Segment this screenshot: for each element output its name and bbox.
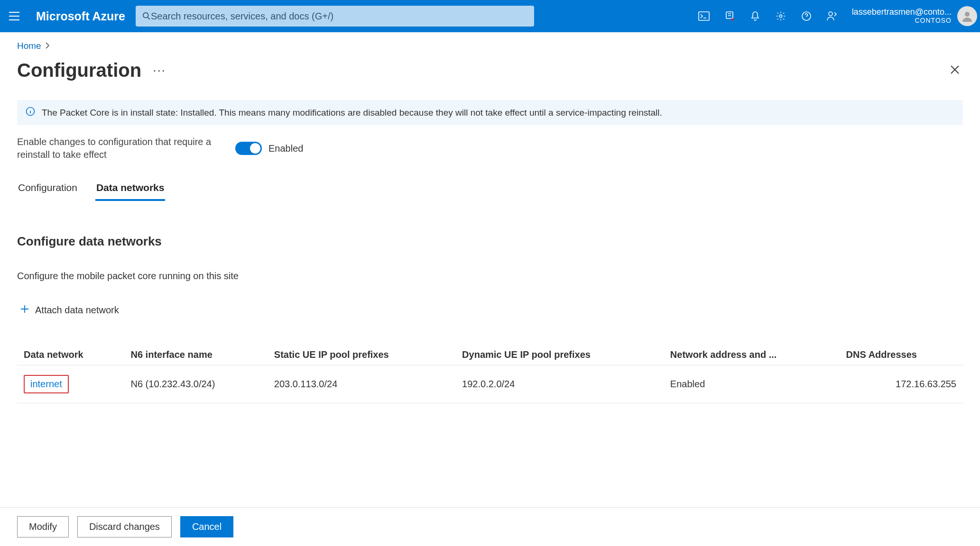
svg-point-3 (731, 18, 733, 20)
account-email: lassebertrasmen@conto... (852, 8, 952, 17)
cell-static-ue: 203.0.113.0/24 (268, 365, 455, 403)
feedback-button[interactable] (821, 5, 843, 27)
table-header-row: Data network N6 interface name Static UE… (17, 345, 963, 365)
gear-icon (776, 11, 786, 21)
col-static-ue[interactable]: Static UE IP pool prefixes (268, 345, 455, 365)
cell-napt: Enabled (664, 365, 840, 403)
settings-button[interactable] (769, 5, 792, 27)
svg-point-0 (143, 13, 148, 18)
cloud-shell-icon (698, 11, 710, 21)
cell-dns: 172.16.63.255 (840, 365, 963, 403)
section-heading: Configure data networks (17, 234, 963, 249)
data-networks-table: Data network N6 interface name Static UE… (17, 345, 963, 403)
plus-icon (20, 304, 29, 316)
cell-n6: N6 (10.232.43.0/24) (124, 365, 268, 403)
toggle-state-text: Enabled (268, 143, 303, 154)
svg-point-4 (779, 15, 782, 18)
toggle-knob (250, 143, 260, 154)
menu-button[interactable] (0, 0, 28, 32)
info-banner: The Packet Core is in install state: Ins… (17, 100, 963, 125)
more-actions-button[interactable]: ··· (153, 63, 166, 78)
person-icon (961, 9, 974, 23)
brand-label[interactable]: Microsoft Azure (28, 9, 136, 23)
account-menu[interactable]: lassebertrasmen@conto... CONTOSO (852, 6, 977, 26)
notifications-button[interactable] (744, 5, 767, 27)
modify-button[interactable]: Modify (17, 516, 69, 537)
section-subtext: Configure the mobile packet core running… (17, 271, 963, 282)
search-input[interactable] (151, 11, 527, 22)
table-row: internet N6 (10.232.43.0/24) 203.0.113.0… (17, 365, 963, 403)
svg-rect-1 (699, 12, 709, 20)
avatar (957, 6, 977, 26)
top-bar: Microsoft Azure lassebertrasmen@conto...… (0, 0, 980, 32)
svg-point-6 (829, 12, 832, 16)
cloud-shell-button[interactable] (693, 5, 715, 27)
enable-changes-label: Enable changes to configuration that req… (17, 136, 216, 161)
info-banner-text: The Packet Core is in install state: Ins… (42, 108, 662, 118)
tab-data-networks[interactable]: Data networks (95, 180, 166, 201)
svg-rect-2 (726, 12, 733, 18)
bell-icon (750, 11, 760, 21)
close-blade-button[interactable] (947, 62, 963, 80)
data-network-link[interactable]: internet (24, 375, 69, 393)
col-dns[interactable]: DNS Addresses (840, 345, 963, 365)
svg-point-7 (965, 12, 970, 17)
breadcrumb: Home (17, 41, 963, 51)
tab-strip: Configuration Data networks (17, 180, 963, 201)
feedback-icon (826, 11, 838, 21)
command-bar: Modify Discard changes Cancel (0, 507, 980, 546)
copilot-icon (724, 11, 735, 21)
attach-label: Attach data network (35, 305, 119, 316)
col-n6[interactable]: N6 interface name (124, 345, 268, 365)
info-icon (26, 107, 35, 118)
discard-changes-button[interactable]: Discard changes (77, 516, 172, 537)
col-dynamic-ue[interactable]: Dynamic UE IP pool prefixes (455, 345, 664, 365)
hamburger-icon (9, 12, 19, 20)
main-content: Home Configuration ··· The Packet Core i… (0, 32, 980, 507)
copilot-button[interactable] (718, 5, 741, 27)
chevron-right-icon (45, 41, 50, 51)
col-napt[interactable]: Network address and ... (664, 345, 840, 365)
page-title: Configuration (17, 60, 141, 81)
enable-changes-toggle[interactable] (235, 142, 262, 155)
close-icon (950, 64, 960, 75)
breadcrumb-home[interactable]: Home (17, 41, 41, 51)
account-tenant: CONTOSO (852, 17, 952, 24)
help-icon (801, 11, 812, 21)
global-search[interactable] (136, 6, 534, 27)
search-icon (142, 12, 151, 20)
tab-configuration[interactable]: Configuration (17, 180, 78, 201)
col-data-network[interactable]: Data network (17, 345, 124, 365)
attach-data-network-button[interactable]: Attach data network (17, 302, 122, 318)
help-button[interactable] (795, 5, 818, 27)
cell-dynamic-ue: 192.0.2.0/24 (455, 365, 664, 403)
cancel-button[interactable]: Cancel (180, 516, 233, 537)
